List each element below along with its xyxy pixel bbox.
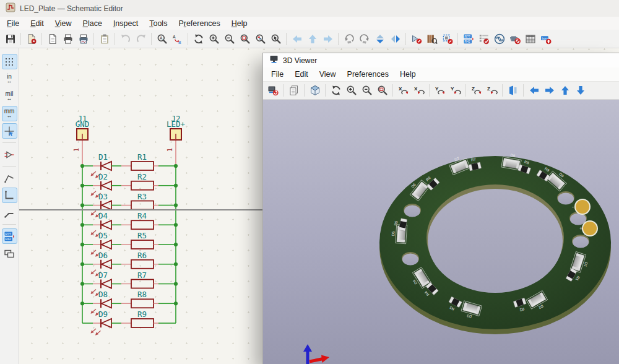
viewer-window-titlebar[interactable]: 3D Viewer <box>263 53 619 67</box>
mirror-v-button[interactable] <box>372 31 387 46</box>
schematic-menu-view[interactable]: View <box>50 18 77 29</box>
footprint-editor-button[interactable] <box>439 31 455 46</box>
undo-icon <box>120 33 131 45</box>
schematic-menu-preferences[interactable]: Preferences <box>173 18 225 29</box>
rotate-x-ccw-button[interactable]: X <box>411 83 426 98</box>
zoom-fit-icon <box>240 33 251 45</box>
mirror-h-icon <box>390 33 401 45</box>
mirror-h-button[interactable] <box>387 31 403 46</box>
units-mil-button[interactable]: mil↔ <box>2 89 17 104</box>
toolbar-separator <box>286 33 287 45</box>
schematic-window-titlebar[interactable]: LED_Plate — Schematic Editor <box>0 0 619 17</box>
schematic-menu-help[interactable]: Help <box>226 18 253 29</box>
line-45-button[interactable] <box>2 205 17 220</box>
paste-button[interactable] <box>97 31 112 46</box>
find-replace-button[interactable]: AB <box>170 31 185 46</box>
rotate-y-cw-button[interactable]: Y <box>432 83 448 98</box>
grid-toggle-icon <box>4 56 15 67</box>
grid-toggle-button[interactable] <box>2 54 17 69</box>
library-browser-button[interactable] <box>424 31 439 46</box>
nav-back-button[interactable] <box>289 31 305 46</box>
viewer-menu-preferences[interactable]: Preferences <box>342 69 394 80</box>
viewer-menu-help[interactable]: Help <box>394 69 422 80</box>
line-90-icon <box>4 190 15 201</box>
rotate-z-ccw-button[interactable]: Z <box>484 83 500 98</box>
schematic-menu-inspect[interactable]: Inspect <box>108 18 144 29</box>
nav-forward-icon <box>322 33 334 45</box>
schematic-menu-edit[interactable]: Edit <box>25 18 50 29</box>
nav-back-icon <box>292 33 303 45</box>
viewer-window-title: 3D Viewer <box>283 56 317 65</box>
zoom-in-button[interactable] <box>344 83 359 98</box>
simulator-button[interactable] <box>491 31 507 46</box>
ortho-projection-button[interactable] <box>307 83 322 98</box>
print-button[interactable] <box>60 31 76 46</box>
hidden-pins-button[interactable] <box>2 147 17 162</box>
zoom-fit-icon <box>377 85 388 96</box>
rotate-y-ccw-button[interactable]: Y <box>448 83 463 98</box>
zoom-out-button[interactable] <box>359 83 374 98</box>
line-90-button[interactable] <box>2 188 17 203</box>
zoom-selection-icon <box>271 33 282 45</box>
viewer-3d-viewport[interactable]: -+D1D2D3D4D5D6D7D8D9R1R2R3R4R5R6R7R8R9 <box>263 100 619 364</box>
reload-board-button[interactable] <box>265 83 280 98</box>
line-free-button[interactable] <box>2 170 17 186</box>
undo-button[interactable] <box>118 31 133 46</box>
viewer-menu-file[interactable]: File <box>266 69 289 80</box>
erc-button[interactable] <box>476 31 491 46</box>
schematic-menu-place[interactable]: Place <box>77 18 108 29</box>
zoom-fit-button[interactable] <box>374 83 390 98</box>
move-right-button[interactable] <box>542 83 557 98</box>
find-button[interactable]: A <box>154 31 170 46</box>
assign-footprints-button[interactable] <box>507 31 522 46</box>
zoom-fit-button[interactable] <box>237 31 253 46</box>
nav-up-button[interactable] <box>305 31 320 46</box>
redraw-button[interactable] <box>328 83 344 98</box>
units-mm-button[interactable]: mm↔ <box>2 106 17 121</box>
svg-text:A: A <box>160 35 163 40</box>
rotate-z-ccw-icon: Z <box>487 85 498 96</box>
units-in-button[interactable]: in↔ <box>2 71 17 87</box>
plot-button[interactable] <box>76 31 91 46</box>
flip-board-button[interactable] <box>505 83 521 98</box>
schematic-menu-tools[interactable]: Tools <box>144 18 173 29</box>
redraw-icon <box>331 85 342 96</box>
move-left-button[interactable] <box>526 83 542 98</box>
zoom-in-button[interactable] <box>206 31 222 46</box>
cursor-shape-button[interactable] <box>2 123 17 139</box>
rotate-x-cw-icon: X <box>398 85 409 96</box>
annotate-auto-button[interactable]: R??R42 <box>2 228 17 244</box>
hierarchy-navigator-button[interactable] <box>2 246 17 261</box>
viewer-menu-view[interactable]: View <box>314 69 342 80</box>
bom-button[interactable]: bom <box>538 31 553 46</box>
rotate-z-cw-button[interactable]: Z <box>469 83 484 98</box>
svg-text:Y: Y <box>435 86 439 92</box>
rotate-cw-button[interactable] <box>357 31 372 46</box>
flip-board-icon <box>508 85 519 96</box>
page-settings-button[interactable] <box>45 31 60 46</box>
zoom-out-button[interactable] <box>222 31 237 46</box>
fields-table-button[interactable] <box>522 31 538 46</box>
move-up-button[interactable] <box>557 83 573 98</box>
annotate-button[interactable]: R??R42 <box>461 31 476 46</box>
move-down-button[interactable] <box>573 83 588 98</box>
edit-symbol-button[interactable] <box>409 31 424 46</box>
rotate-ccw-button[interactable] <box>341 31 357 46</box>
reload-board-icon <box>267 85 279 96</box>
schematic-setup-button[interactable] <box>24 31 39 46</box>
nav-forward-button[interactable] <box>320 31 335 46</box>
copy-image-button[interactable] <box>286 83 301 98</box>
erc-icon <box>478 33 490 45</box>
schematic-window-title: LED_Plate — Schematic Editor <box>20 4 123 13</box>
redo-button[interactable] <box>133 31 149 46</box>
viewer-menu-edit[interactable]: Edit <box>289 69 314 80</box>
sidebar-separator <box>2 224 16 225</box>
refresh-button[interactable] <box>191 31 206 46</box>
schematic-menu-file[interactable]: File <box>1 18 25 29</box>
zoom-selection-button[interactable] <box>268 31 284 46</box>
zoom-objects-button[interactable] <box>253 31 268 46</box>
led-ref-label: D4 <box>98 211 108 220</box>
rotate-x-cw-button[interactable]: X <box>396 83 411 98</box>
led-ref-label: D2 <box>98 172 108 181</box>
save-button[interactable] <box>2 31 18 46</box>
